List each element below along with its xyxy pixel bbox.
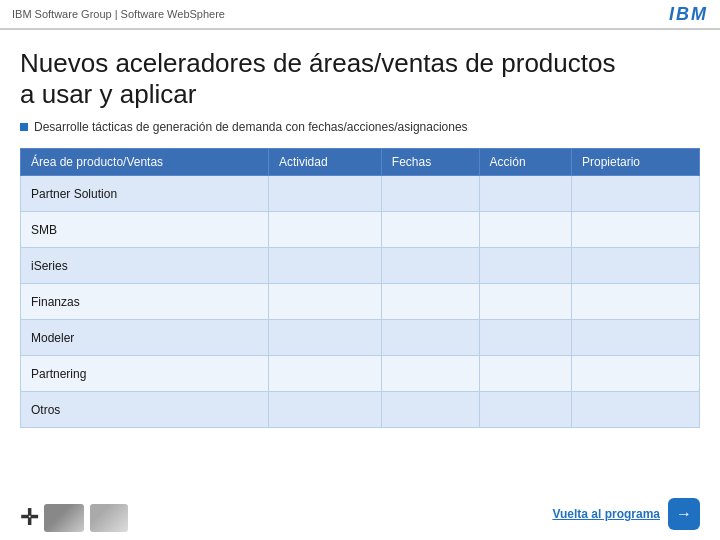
table-row: Partnering: [21, 356, 700, 392]
table-cell: [479, 212, 571, 248]
table-cell: [381, 248, 479, 284]
table-cell: [479, 176, 571, 212]
col-header-actividad: Actividad: [268, 149, 381, 176]
image-placeholder-2: [90, 504, 128, 532]
table-cell: SMB: [21, 212, 269, 248]
table-row: SMB: [21, 212, 700, 248]
table-cell: [381, 392, 479, 428]
table-cell: [571, 392, 699, 428]
page-title-line1: Nuevos aceleradores de áreas/ventas de p…: [20, 48, 615, 78]
table-cell: [571, 212, 699, 248]
table-cell: [381, 320, 479, 356]
table-cell: Partner Solution: [21, 176, 269, 212]
table-cell: [479, 248, 571, 284]
table-cell: Modeler: [21, 320, 269, 356]
table-cell: [571, 248, 699, 284]
table-cell: [479, 320, 571, 356]
col-header-fechas: Fechas: [381, 149, 479, 176]
table-cell: [571, 320, 699, 356]
main-content: Nuevos aceleradores de áreas/ventas de p…: [0, 30, 720, 438]
table-row: Modeler: [21, 320, 700, 356]
subtitle: Desarrolle tácticas de generación de dem…: [20, 120, 700, 134]
table-cell: [571, 356, 699, 392]
table-cell: [381, 356, 479, 392]
col-header-accion: Acción: [479, 149, 571, 176]
table-cell: [381, 212, 479, 248]
table-row: Partner Solution: [21, 176, 700, 212]
table-row: Otros: [21, 392, 700, 428]
bullet-icon: [20, 123, 28, 131]
table-cell: [268, 392, 381, 428]
table-cell: [268, 356, 381, 392]
ibm-logo: IBM: [669, 4, 708, 25]
vuelta-link[interactable]: Vuelta al programa: [552, 507, 660, 521]
cross-icon: ✛: [20, 505, 38, 531]
table-cell: [268, 320, 381, 356]
table-cell: [571, 284, 699, 320]
header-title: IBM Software Group | Software WebSphere: [12, 8, 225, 20]
table-row: iSeries: [21, 248, 700, 284]
image-placeholder-1: [44, 504, 84, 532]
page-title-line2: a usar y aplicar: [20, 79, 196, 109]
table-cell: Finanzas: [21, 284, 269, 320]
table-row: Finanzas: [21, 284, 700, 320]
subtitle-text: Desarrolle tácticas de generación de dem…: [34, 120, 468, 134]
table-cell: iSeries: [21, 248, 269, 284]
table-cell: [381, 176, 479, 212]
table-cell: [381, 284, 479, 320]
table-cell: Partnering: [21, 356, 269, 392]
table-cell: [268, 284, 381, 320]
table-cell: [479, 392, 571, 428]
table-header-row: Área de producto/Ventas Actividad Fechas…: [21, 149, 700, 176]
data-table: Área de producto/Ventas Actividad Fechas…: [20, 148, 700, 428]
bottom-icons: ✛: [20, 504, 128, 532]
header-bar: IBM Software Group | Software WebSphere …: [0, 0, 720, 30]
page-title: Nuevos aceleradores de áreas/ventas de p…: [20, 48, 700, 110]
table-cell: [268, 248, 381, 284]
table-cell: [268, 212, 381, 248]
footer: Vuelta al programa →: [552, 498, 700, 530]
table-cell: [571, 176, 699, 212]
col-header-propietario: Propietario: [571, 149, 699, 176]
table-cell: [479, 356, 571, 392]
table-cell: [479, 284, 571, 320]
table-cell: [268, 176, 381, 212]
table-cell: Otros: [21, 392, 269, 428]
nav-arrow-icon[interactable]: →: [668, 498, 700, 530]
col-header-area: Área de producto/Ventas: [21, 149, 269, 176]
